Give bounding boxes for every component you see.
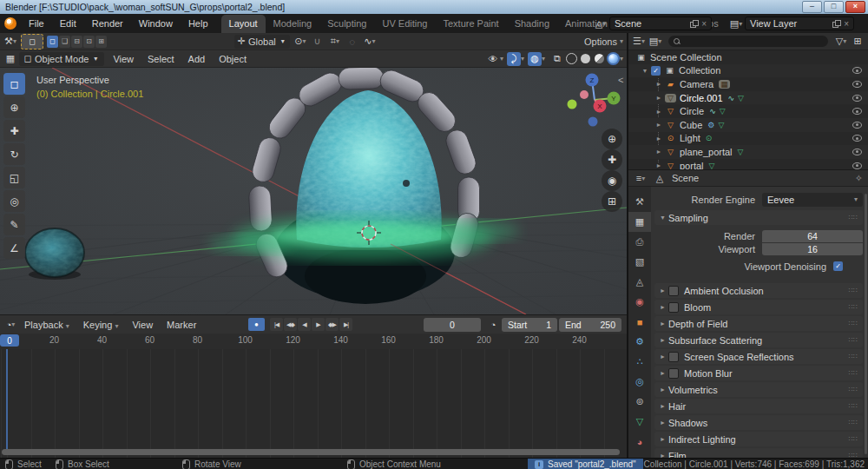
- maximize-button[interactable]: □: [824, 1, 844, 13]
- section-checkbox[interactable]: [668, 352, 679, 362]
- tool-annotate[interactable]: ✎: [3, 214, 25, 235]
- snap-target-icon[interactable]: ⊙▾: [293, 35, 307, 49]
- mesh-data-icon[interactable]: ▽: [709, 162, 715, 169]
- active-tool-icon[interactable]: ⚒▾: [3, 35, 17, 49]
- light-data-icon[interactable]: ⊙: [706, 134, 713, 142]
- tab-material[interactable]: ◕: [628, 432, 651, 452]
- sphere-object[interactable]: [25, 228, 84, 280]
- animation-icon[interactable]: ∿: [728, 94, 735, 102]
- marker-menu[interactable]: Marker: [160, 320, 203, 330]
- scene-selector[interactable]: Scene ×: [609, 17, 712, 30]
- workspace-tab[interactable]: UV Editing: [374, 15, 435, 33]
- pan-button[interactable]: ✚: [602, 149, 622, 170]
- filter-icon[interactable]: ▽▾: [834, 35, 848, 49]
- drag-handle-icon[interactable]: ∷∷: [849, 287, 858, 294]
- tool-select-box[interactable]: ◻: [3, 73, 25, 95]
- camera-data-icon[interactable]: ▦: [719, 80, 730, 89]
- chevron-right-icon[interactable]: ►: [654, 95, 663, 101]
- view-layer-browse-icon[interactable]: ▤▾: [729, 17, 743, 30]
- tab-particles[interactable]: ∴: [628, 352, 651, 372]
- drag-handle-icon[interactable]: ∷∷: [849, 452, 858, 458]
- timeline-ruler[interactable]: 20406080100120140160180200220240 0: [0, 334, 627, 350]
- panel-section[interactable]: ► Shadows ∷∷: [654, 415, 863, 430]
- properties-scrollbar[interactable]: [865, 194, 867, 454]
- properties-editor-icon[interactable]: ≡▾: [634, 171, 648, 185]
- menu-item[interactable]: Window: [131, 18, 181, 29]
- mesh-data-icon[interactable]: ▽: [718, 121, 724, 129]
- outliner-row-plane-portal[interactable]: ► ▽ plane_portal ▽: [628, 145, 868, 159]
- minimize-button[interactable]: –: [802, 1, 822, 13]
- proportional-falloff-icon[interactable]: ∿▾: [363, 35, 377, 49]
- hide-eye-icon[interactable]: [852, 66, 863, 75]
- keying-menu[interactable]: Keying ▾: [76, 320, 126, 330]
- panel-section[interactable]: ► Ambient Occlusion ∷∷: [654, 283, 863, 298]
- frame-end-field[interactable]: End250: [559, 318, 621, 332]
- sampling-render-field[interactable]: 64: [762, 230, 863, 242]
- new-view-layer-icon[interactable]: [832, 20, 839, 27]
- chevron-right-icon[interactable]: ►: [654, 122, 663, 128]
- sidebar-collapse-icon[interactable]: <: [618, 75, 623, 85]
- outliner-row-circle[interactable]: ► ▽ Circle ∿ ▽: [628, 104, 868, 118]
- shading-rendered-icon[interactable]: [607, 52, 620, 65]
- drag-handle-icon[interactable]: ∷∷: [849, 353, 858, 360]
- tab-modifiers[interactable]: ⚙: [628, 332, 651, 352]
- tab-world[interactable]: ◉: [628, 292, 651, 312]
- tab-constraints[interactable]: ⊚: [628, 392, 651, 412]
- drag-handle-icon[interactable]: ∷∷: [849, 369, 858, 377]
- workspace-tab[interactable]: Texture Paint: [435, 15, 506, 33]
- tab-view-layer[interactable]: ▧: [628, 252, 651, 272]
- hide-eye-icon[interactable]: [852, 134, 863, 142]
- playhead-line[interactable]: [6, 349, 8, 450]
- chevron-right-icon[interactable]: ►: [654, 109, 663, 115]
- menu-item[interactable]: File: [21, 18, 52, 29]
- zoom-button[interactable]: ⊕: [602, 129, 622, 149]
- chevron-down-icon[interactable]: ▼: [641, 68, 649, 74]
- outliner-row-camera[interactable]: ► ▰ Camera ▦: [628, 77, 868, 91]
- chevron-right-icon[interactable]: ►: [654, 162, 663, 168]
- menu-item[interactable]: Add: [181, 54, 213, 64]
- tool-rotate[interactable]: ↻: [3, 143, 25, 165]
- tab-object[interactable]: ■: [628, 312, 651, 332]
- chevron-right-icon[interactable]: ►: [654, 135, 663, 142]
- gizmos-icon[interactable]: ⤸: [507, 52, 521, 66]
- workspace-tab[interactable]: Sculpting: [319, 15, 374, 33]
- saved-report[interactable]: i Saved "portal2_.blend": [528, 459, 643, 469]
- select-mode-extend-icon[interactable]: ❏: [59, 36, 70, 48]
- tab-output[interactable]: ⎙: [628, 232, 651, 252]
- shading-material-icon[interactable]: [593, 52, 606, 65]
- hide-eye-icon[interactable]: [852, 80, 863, 89]
- section-checkbox[interactable]: [668, 302, 679, 313]
- shading-wireframe-icon[interactable]: [565, 52, 578, 65]
- xray-icon[interactable]: ⧉: [550, 52, 564, 66]
- scene-browse-icon[interactable]: ◬▾: [594, 17, 608, 30]
- timeline-hscrollbar[interactable]: [2, 449, 620, 455]
- outliner-row-cube[interactable]: ► ▽ Cube ⚙ ▽: [628, 118, 868, 132]
- transform-orientation-dropdown[interactable]: Global: [248, 35, 276, 49]
- panel-section[interactable]: ► Bloom ∷∷: [654, 300, 863, 314]
- new-scene-icon[interactable]: [690, 20, 697, 27]
- blender-logo-icon[interactable]: [4, 17, 16, 30]
- transport-button[interactable]: ◀◆: [284, 318, 297, 331]
- mesh-data-icon[interactable]: ▽: [720, 107, 726, 116]
- select-mode-subtract-icon[interactable]: ⊟: [71, 36, 82, 48]
- drag-handle-icon[interactable]: ∷∷: [849, 303, 858, 311]
- panel-section[interactable]: ► Motion Blur ∷∷: [654, 366, 863, 380]
- snap-magnet-icon[interactable]: ∪: [311, 35, 325, 49]
- os-titlebar[interactable]: Blender [F:\STUDIO\pack_\woman_softSUN_G…: [0, 0, 868, 14]
- panel-section[interactable]: ► Volumetrics ∷∷: [654, 382, 863, 397]
- overlays-icon[interactable]: ◍: [528, 52, 542, 66]
- outliner-search-input[interactable]: [668, 36, 828, 47]
- camera-view-button[interactable]: ◉: [602, 170, 622, 191]
- panel-section[interactable]: ► Indirect Lighting ∷∷: [654, 432, 863, 446]
- workspace-tab[interactable]: Modeling: [266, 15, 320, 33]
- drag-handle-icon[interactable]: ∷∷: [849, 419, 858, 426]
- outliner-row-light[interactable]: ► ⊙ Light ⊙: [628, 132, 868, 146]
- select-mode-set-icon[interactable]: ◻: [47, 36, 58, 48]
- sampling-viewport-field[interactable]: 16: [762, 243, 863, 255]
- tool-transform[interactable]: ◎: [3, 190, 25, 212]
- visibility-eye-icon[interactable]: 👁: [486, 52, 500, 66]
- panel-section[interactable]: ► Film ∷∷: [654, 448, 863, 458]
- outliner-row-circle-001[interactable]: ► ▽ Circle.001 ∿ ▽: [628, 91, 868, 105]
- workspace-tab[interactable]: Layout: [221, 15, 266, 33]
- transport-button[interactable]: ◆▶: [326, 318, 339, 331]
